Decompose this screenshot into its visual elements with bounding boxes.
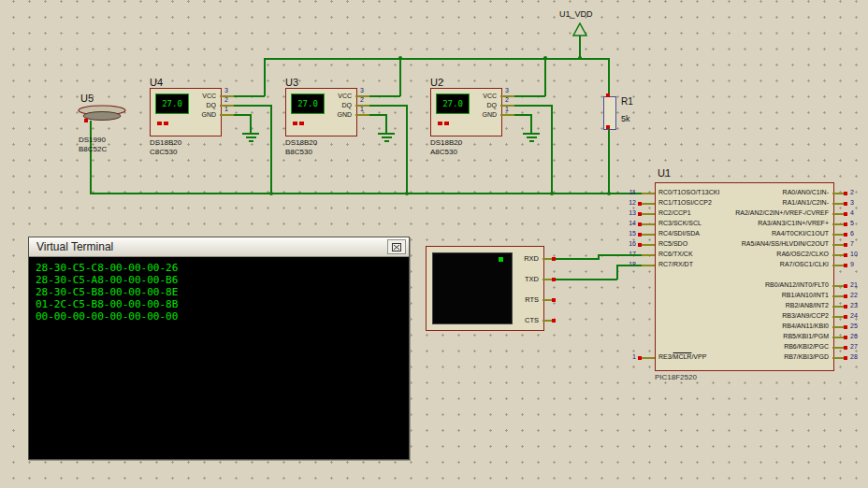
pin-number: 5 <box>850 220 854 226</box>
pin-number: 2 <box>505 96 509 103</box>
pin-number: 24 <box>850 312 858 319</box>
ground-symbol <box>242 133 259 135</box>
wire[interactable] <box>616 265 618 280</box>
wire[interactable] <box>551 105 553 194</box>
wire[interactable] <box>250 114 252 133</box>
wire[interactable] <box>616 265 642 266</box>
wire[interactable] <box>385 114 387 133</box>
temperature-display: 27.0 <box>291 93 325 114</box>
pin-label: TXD <box>511 275 539 283</box>
pin-number: 6 <box>850 230 854 237</box>
window-close-button[interactable] <box>387 239 406 254</box>
pin[interactable] <box>642 193 655 194</box>
pin[interactable] <box>642 223 655 225</box>
mcu-pin-label: RC6/TX/CK <box>658 251 693 257</box>
wire[interactable] <box>399 58 401 96</box>
wire[interactable] <box>579 36 581 58</box>
wire[interactable] <box>234 105 271 107</box>
component-ref: U1 <box>658 167 671 179</box>
pin[interactable] <box>642 357 655 359</box>
pin[interactable] <box>642 265 655 266</box>
temp-down-button[interactable] <box>164 122 168 125</box>
wire[interactable] <box>369 105 407 107</box>
wire[interactable] <box>556 279 617 280</box>
pin-number: 11 <box>621 189 636 195</box>
pin-number: 3 <box>505 87 509 93</box>
wire[interactable] <box>608 58 610 96</box>
mcu-pin-label: RC7/RX/DT <box>658 261 693 267</box>
power-net-label: U1_VDD <box>559 9 593 19</box>
wire[interactable] <box>270 105 272 194</box>
pin[interactable] <box>642 254 655 256</box>
pin-label: DQ <box>323 102 352 108</box>
ground-symbol <box>529 140 534 142</box>
window-titlebar[interactable]: Virtual Terminal <box>29 237 409 257</box>
unconnected-pin-marker <box>606 125 610 129</box>
mcu-pin-label: RA5/AN4/SS/HLVDIN/C2OUT <box>692 240 829 247</box>
ground-symbol <box>378 133 395 135</box>
pin[interactable] <box>355 114 369 116</box>
pin-number: 3 <box>850 199 854 206</box>
temperature-display: 27.0 <box>436 93 470 114</box>
power-symbol-icon <box>572 22 587 36</box>
terminal-line: 28-30-C5-B8-00-00-00-8E <box>36 286 409 298</box>
wire-vdd-rail[interactable] <box>264 58 610 60</box>
wire[interactable] <box>234 95 265 97</box>
wire[interactable] <box>369 95 400 97</box>
pin-number: 1 <box>360 106 364 112</box>
pin-label: GND <box>187 111 216 118</box>
pin-number: 7 <box>850 240 854 247</box>
wire[interactable] <box>514 95 545 97</box>
wire[interactable] <box>556 258 599 260</box>
terminal-output[interactable]: 28-30-C5-C8-00-00-00-26 28-30-C5-A8-00-0… <box>29 257 409 459</box>
unconnected-pin-marker <box>844 192 847 195</box>
mcu-pin-label: RC2/CCP1 <box>658 209 691 216</box>
pin-number: 2 <box>850 189 854 195</box>
pin[interactable] <box>642 213 655 215</box>
wire-data-line[interactable] <box>90 193 642 194</box>
pin-number: 22 <box>850 292 858 298</box>
temp-down-button[interactable] <box>299 122 304 125</box>
temp-down-button[interactable] <box>444 122 449 125</box>
wire[interactable] <box>598 254 642 256</box>
wire[interactable] <box>90 121 92 194</box>
pin-number: 15 <box>621 230 636 237</box>
wire[interactable] <box>234 114 251 116</box>
component-value: 5k <box>621 114 630 123</box>
mcu-pin-label: RB2/AN8/INT2 <box>692 302 829 309</box>
temp-up-button[interactable] <box>438 122 442 125</box>
pin[interactable] <box>642 203 655 205</box>
wire[interactable] <box>264 58 266 96</box>
mcu-pin-label: RA3/AN3/C1IN+/VREF+ <box>692 220 829 226</box>
wire[interactable] <box>406 105 408 194</box>
wire[interactable] <box>530 114 532 133</box>
wire[interactable] <box>544 58 546 96</box>
mcu-pin-label: RA7/OSC1/CLKI <box>692 261 829 267</box>
ibutton-U5[interactable] <box>77 104 127 126</box>
wire[interactable] <box>369 114 386 116</box>
ground-symbol <box>246 136 256 138</box>
pin[interactable] <box>500 114 514 116</box>
pin-number: 10 <box>850 251 858 257</box>
virtual-terminal-window[interactable]: Virtual Terminal 28-30-C5-C8-00-00-00-26… <box>28 237 410 460</box>
wire[interactable] <box>514 105 552 107</box>
unconnected-pin-marker <box>638 222 642 226</box>
pin[interactable] <box>642 234 655 236</box>
pin-number: 2 <box>360 96 364 103</box>
pin-label: DQ <box>468 102 497 108</box>
pin-label: VCC <box>187 93 216 99</box>
temp-up-button[interactable] <box>157 122 162 125</box>
component-ref: R1 <box>621 96 633 107</box>
pin[interactable] <box>642 244 655 246</box>
component-serial-label: A8C530 <box>430 148 457 156</box>
temp-up-button[interactable] <box>293 122 297 125</box>
pin[interactable] <box>220 114 234 116</box>
wire[interactable] <box>514 114 531 116</box>
unconnected-pin-marker <box>638 212 642 216</box>
mcu-pin-label: RB4/AN11/KBI0 <box>692 323 829 329</box>
schematic-canvas[interactable]: U1_VDD U5 DS1990 B8C52C U4 27.0 VCC DQ G… <box>0 0 868 488</box>
mcu-pin-label: RA6/OSC2/CLKO <box>692 251 829 257</box>
pin-number: 13 <box>621 209 636 216</box>
wire[interactable] <box>608 128 610 194</box>
close-icon <box>392 243 401 251</box>
